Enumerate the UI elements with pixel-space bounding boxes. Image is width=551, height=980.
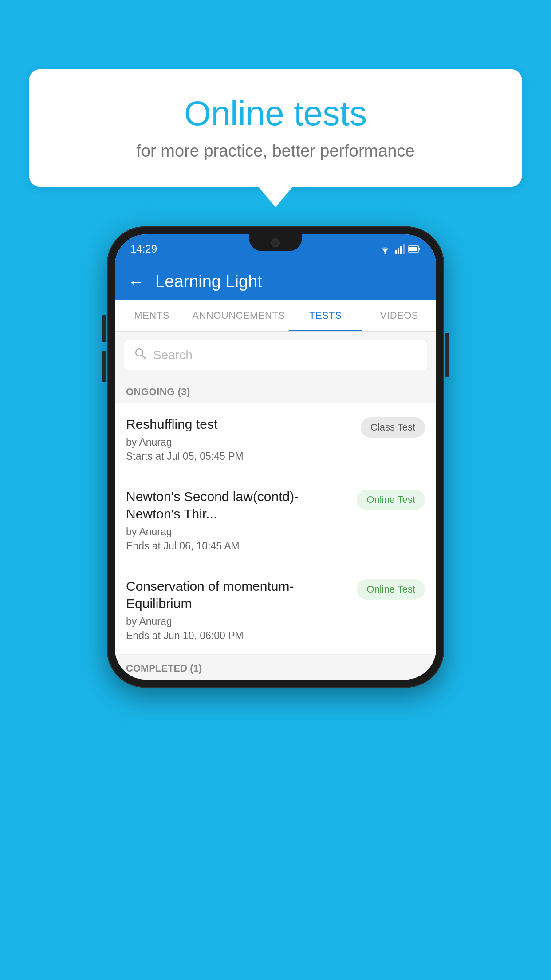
svg-rect-3: [400, 246, 402, 254]
test-badge: Online Test: [357, 490, 425, 510]
tab-tests[interactable]: TESTS: [289, 300, 362, 331]
tab-videos[interactable]: VIDEOS: [362, 300, 436, 331]
test-info: Reshuffling test by Anurag Starts at Jul…: [126, 415, 354, 462]
test-author: by Anurag: [126, 616, 350, 628]
tab-announcements[interactable]: ANNOUNCEMENTS: [189, 300, 288, 331]
status-time: 14:29: [130, 243, 157, 255]
search-box[interactable]: Search: [124, 340, 427, 370]
back-button[interactable]: ←: [128, 273, 144, 291]
front-camera: [271, 238, 280, 247]
test-item[interactable]: Reshuffling test by Anurag Starts at Jul…: [115, 403, 436, 475]
test-author: by Anurag: [126, 526, 350, 538]
svg-rect-4: [403, 244, 405, 254]
volume-up-button: [102, 315, 106, 342]
test-badge: Online Test: [357, 579, 425, 600]
test-item[interactable]: Conservation of momentum-Equilibrium by …: [115, 565, 436, 655]
status-icons: [379, 244, 421, 254]
wifi-icon: [379, 244, 391, 254]
test-time: Starts at Jul 05, 05:45 PM: [126, 450, 354, 462]
bubble-title: Online tests: [55, 93, 496, 134]
speech-bubble: Online tests for more practice, better p…: [29, 69, 522, 187]
search-placeholder: Search: [153, 348, 193, 362]
app-title: Learning Light: [155, 272, 262, 291]
phone-screen: 14:29: [115, 234, 436, 680]
status-bar: 14:29: [115, 234, 436, 263]
ongoing-section-header: ONGOING (3): [115, 378, 436, 403]
completed-section-header: COMPLETED (1): [115, 655, 436, 680]
search-icon: [134, 347, 146, 363]
phone-outer: 14:29: [107, 226, 444, 688]
svg-rect-7: [409, 247, 417, 251]
svg-rect-1: [395, 250, 397, 254]
bubble-subtitle: for more practice, better performance: [55, 142, 496, 161]
ongoing-label: ONGOING (3): [126, 386, 190, 397]
phone-notch: [249, 234, 302, 251]
svg-rect-2: [398, 248, 399, 254]
tab-ments[interactable]: MENTS: [115, 300, 189, 331]
test-title: Reshuffling test: [126, 415, 354, 433]
test-time: Ends at Jul 06, 10:45 AM: [126, 540, 350, 552]
test-list: Reshuffling test by Anurag Starts at Jul…: [115, 403, 436, 655]
test-author: by Anurag: [126, 436, 354, 448]
speech-bubble-container: Online tests for more practice, better p…: [29, 69, 522, 187]
test-item[interactable]: Newton's Second law(contd)-Newton's Thir…: [115, 475, 436, 565]
volume-down-button: [102, 351, 106, 377]
battery-icon: [408, 245, 421, 253]
svg-line-9: [142, 355, 146, 359]
completed-label: COMPLETED (1): [126, 663, 202, 674]
test-badge: Class Test: [361, 417, 425, 438]
phone-mockup: 14:29: [107, 226, 444, 688]
test-title: Newton's Second law(contd)-Newton's Thir…: [126, 488, 350, 522]
page-background: Online tests for more practice, better p…: [0, 0, 551, 980]
svg-rect-6: [419, 248, 420, 250]
tab-bar: MENTS ANNOUNCEMENTS TESTS VIDEOS: [115, 300, 436, 332]
test-title: Conservation of momentum-Equilibrium: [126, 577, 350, 612]
test-time: Ends at Jun 10, 06:00 PM: [126, 630, 350, 642]
test-info: Newton's Second law(contd)-Newton's Thir…: [126, 488, 350, 552]
signal-icon: [395, 244, 405, 254]
search-container: Search: [115, 332, 436, 378]
test-info: Conservation of momentum-Equilibrium by …: [126, 577, 350, 642]
app-header: ← Learning Light: [115, 263, 436, 300]
svg-point-0: [384, 252, 386, 254]
